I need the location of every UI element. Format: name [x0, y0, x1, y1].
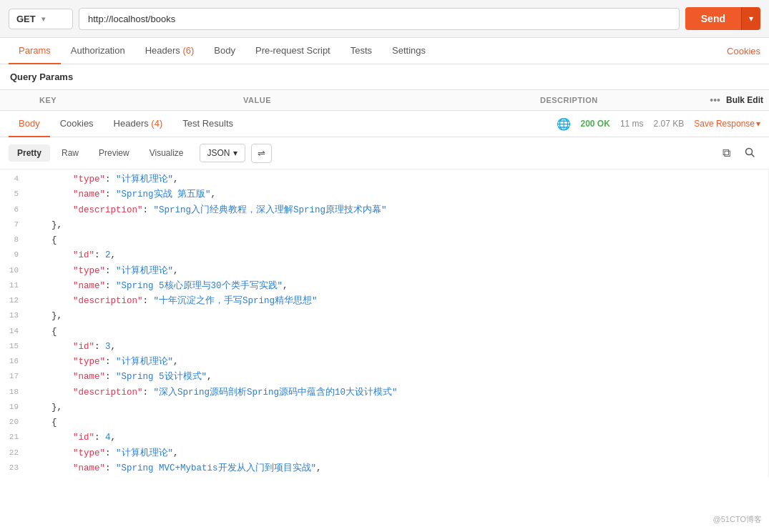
code-line: 13 }, — [0, 309, 768, 324]
url-input[interactable] — [79, 8, 680, 30]
code-line: 18 "description": "深入Spring源码剖析Spring源码中… — [0, 385, 768, 400]
code-line: 19 }, — [0, 400, 768, 415]
format-select-label: JSON — [207, 148, 230, 158]
tab-response-headers[interactable]: Headers (4) — [104, 111, 173, 137]
code-line: 22 "type": "计算机理论", — [0, 446, 768, 461]
code-line: 12 "description": "十年沉淀之作，手写Spring精华思想" — [0, 294, 768, 309]
code-line: 20 { — [0, 415, 768, 430]
send-chevron-button[interactable]: ▾ — [741, 7, 760, 30]
code-line: 15 "id": 3, — [0, 340, 768, 355]
headers-badge: (6) — [182, 45, 194, 56]
copy-button[interactable]: ⧉ — [717, 143, 736, 163]
tab-pre-request[interactable]: Pre-request Script — [245, 38, 341, 64]
fmt-tab-raw[interactable]: Raw — [53, 144, 87, 162]
svg-line-1 — [752, 154, 755, 157]
tab-response-cookies[interactable]: Cookies — [50, 111, 104, 137]
code-line: 7 }, — [0, 218, 768, 233]
col-value-header: VALUE — [243, 96, 540, 104]
code-line: 10 "type": "计算机理论", — [0, 264, 768, 279]
response-status: 🌐 200 OK 11 ms 2.07 KB Save Response ▾ — [557, 117, 760, 131]
format-select[interactable]: JSON ▾ — [200, 144, 245, 162]
code-line: 16 "type": "计算机理论", — [0, 355, 768, 370]
wrap-button[interactable]: ⇌ — [251, 144, 272, 163]
send-button[interactable]: Send — [685, 7, 741, 30]
format-bar: Pretty Raw Preview Visualize JSON ▾ ⇌ ⧉ — [0, 137, 769, 169]
send-btn-group: Send ▾ — [685, 7, 760, 30]
code-line: 4 "type": "计算机理论", — [0, 172, 768, 187]
method-select[interactable]: GET ▾ — [9, 9, 73, 29]
tab-test-results[interactable]: Test Results — [172, 111, 243, 137]
status-code: 200 OK — [581, 119, 610, 129]
response-size: 2.07 KB — [654, 119, 685, 129]
query-params-section: Query Params — [0, 64, 769, 90]
fmt-tab-visualize[interactable]: Visualize — [141, 144, 192, 162]
tab-headers[interactable]: Headers (6) — [135, 38, 205, 64]
response-code-area[interactable]: 4 "type": "计算机理论",5 "name": "Spring实战 第五… — [0, 169, 769, 477]
method-label: GET — [16, 14, 36, 24]
response-headers-badge: (4) — [151, 118, 162, 129]
tab-settings[interactable]: Settings — [382, 38, 436, 64]
cookies-link[interactable]: Cookies — [727, 46, 760, 56]
code-line: 17 "name": "Spring 5设计模式", — [0, 370, 768, 385]
search-button[interactable] — [739, 144, 760, 163]
fmt-tab-preview[interactable]: Preview — [90, 144, 138, 162]
tab-tests[interactable]: Tests — [341, 38, 382, 64]
code-line: 23 "name": "Spring MVC+Mybatis开发从入门到项目实战… — [0, 461, 768, 476]
code-line: 6 "description": "Spring入门经典教程，深入理解Sprin… — [0, 203, 768, 218]
col-key-header: KEY — [0, 96, 243, 104]
response-tabs: Body Cookies Headers (4) Test Results 🌐 … — [0, 111, 769, 137]
more-icon[interactable]: ••• — [710, 94, 720, 106]
code-line: 11 "name": "Spring 5核心原理与30个类手写实践", — [0, 279, 768, 294]
tab-body[interactable]: Body — [204, 38, 245, 64]
query-params-label: Query Params — [10, 72, 73, 82]
code-line: 5 "name": "Spring实战 第五版", — [0, 187, 768, 202]
code-line: 14 { — [0, 325, 768, 340]
code-line: 8 { — [0, 233, 768, 248]
method-chevron: ▾ — [41, 15, 45, 23]
top-bar: GET ▾ Send ▾ — [0, 0, 769, 38]
globe-icon: 🌐 — [557, 117, 571, 131]
response-time: 11 ms — [620, 119, 644, 129]
params-table-header: KEY VALUE DESCRIPTION ••• Bulk Edit — [0, 90, 769, 111]
tab-authorization[interactable]: Authorization — [61, 38, 135, 64]
tab-response-body[interactable]: Body — [9, 111, 50, 137]
col-desc-header: DESCRIPTION — [540, 96, 683, 104]
code-line: 21 "id": 4, — [0, 430, 768, 445]
save-response-button[interactable]: Save Response ▾ — [694, 119, 760, 129]
col-actions: ••• Bulk Edit — [683, 94, 769, 106]
bulk-edit-button[interactable]: Bulk Edit — [726, 95, 763, 105]
request-tabs: Params Authorization Headers (6) Body Pr… — [0, 38, 769, 64]
fmt-tab-pretty[interactable]: Pretty — [9, 144, 50, 162]
code-line: 9 "id": 2, — [0, 248, 768, 263]
tab-params[interactable]: Params — [9, 38, 61, 64]
format-chevron: ▾ — [233, 148, 237, 158]
